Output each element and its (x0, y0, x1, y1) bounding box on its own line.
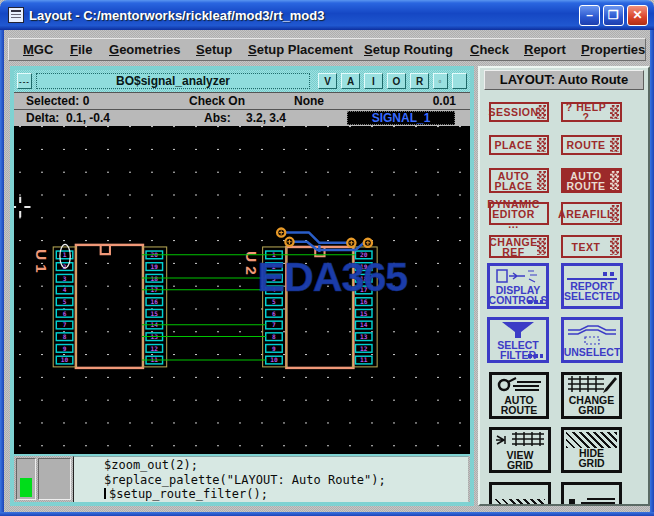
eye-grid-icon (494, 431, 546, 449)
palette-title: LAYOUT: Auto Route (484, 70, 644, 90)
subwindow-restore-button[interactable]: ▫ (433, 73, 448, 89)
status-led-green (20, 478, 32, 497)
palette-button-session[interactable]: SESSION (489, 102, 549, 122)
display-controls-icon (495, 268, 541, 284)
corner-dots-icon (528, 300, 543, 304)
delta-label: Delta: (26, 111, 59, 125)
u1-refdes: U1 (33, 249, 50, 277)
menu-item-file[interactable]: File (70, 42, 92, 57)
palette-button-place[interactable]: PLACE (489, 135, 549, 155)
watermark-text: EDA365 (257, 254, 407, 300)
menu-item-setup-placement[interactable]: Setup Placement (248, 42, 353, 57)
svg-text:8: 8 (63, 333, 67, 340)
palette-button-dynamic-editor[interactable]: DYNAMIC EDITOR ... (489, 202, 549, 225)
layout-canvas[interactable]: 12345678910 20191817161514131211 U1 1234… (14, 126, 470, 454)
svg-text:7: 7 (272, 321, 276, 328)
crosshair-cursor (14, 197, 31, 218)
window-title: Layout - C:/mentorworks/rickleaf/mod3/rt… (29, 8, 576, 23)
svg-text:11: 11 (360, 356, 368, 363)
palette-button-partial-right[interactable] (561, 482, 622, 506)
palette-button-auto-place[interactable]: AUTO PLACE (489, 168, 549, 193)
svg-text:2: 2 (63, 263, 67, 270)
svg-text:15: 15 (360, 310, 368, 317)
palette-button-select-filter[interactable]: SELECT FILTER (487, 317, 549, 363)
all-button[interactable]: A (341, 73, 360, 89)
filmstrip-icon (537, 138, 546, 152)
in-button[interactable]: I (364, 73, 383, 89)
maximize-button[interactable]: ❒ (603, 5, 624, 26)
status-led-box (16, 458, 36, 500)
view-button[interactable]: V (318, 73, 337, 89)
palette-button-change-ref[interactable]: CHANGE REF (489, 235, 549, 258)
svg-text:7: 7 (63, 321, 67, 328)
menu-item-report[interactable]: Report (524, 42, 566, 57)
window-titlebar[interactable]: Layout - C:/mentorworks/rickleaf/mod3/rt… (0, 0, 654, 30)
palette-button-partial-left[interactable] (489, 482, 551, 506)
svg-text:8: 8 (272, 333, 276, 340)
minimize-button[interactable]: – (579, 5, 600, 26)
menu-item-mgc[interactable]: MGC (23, 42, 53, 57)
console-line: $setup_route_filter(); (104, 487, 468, 502)
svg-text:15: 15 (151, 310, 159, 317)
menu-item-setup[interactable]: Setup (196, 42, 232, 57)
corner-dots-icon (528, 354, 543, 358)
filmstrip-icon (537, 238, 546, 255)
u1-right-pins: 20191817161514131211 (146, 251, 163, 364)
window-border-left (0, 30, 4, 512)
svg-text:6: 6 (63, 310, 67, 317)
filmstrip-icon (610, 138, 619, 152)
palette-button-change-grid[interactable]: CHANGE GRID (561, 372, 622, 419)
menu-item-geometries[interactable]: Geometries (109, 42, 181, 57)
palette-button-help[interactable]: ? HELP ? (561, 102, 622, 122)
app-window: Layout - C:/mentorworks/rickleaf/mod3/rt… (0, 0, 654, 516)
component-u1[interactable]: 12345678910 20191817161514131211 U1 (33, 244, 167, 368)
subwindow-title: BO$signal_analyzer (36, 73, 310, 89)
palette-button-auto-route-icon[interactable]: AUTO ROUTE (489, 372, 549, 419)
svg-text:14: 14 (360, 321, 368, 328)
svg-text:13: 13 (360, 333, 368, 340)
svg-text:9: 9 (272, 345, 276, 352)
subwindow-titlebar[interactable]: --- BO$signal_analyzer V A I O R ▫ (14, 70, 470, 92)
subwindow-maximize-button[interactable] (452, 73, 467, 89)
palette-button-hide-grid[interactable]: HIDE GRID (561, 427, 622, 473)
palette-button-route[interactable]: ROUTE (561, 135, 622, 155)
snap-value: 0.01 (433, 94, 456, 108)
palette-button-display-controls[interactable]: DISPLAY CONTROLS (487, 263, 549, 309)
svg-text:10: 10 (270, 356, 278, 363)
svg-text:12: 12 (151, 345, 159, 352)
palette-button-areafill[interactable]: AREAFILL (561, 202, 622, 225)
subwindow-menu-button[interactable]: --- (17, 73, 32, 89)
window-border-bottom (0, 512, 654, 516)
menu-item-setup-routing[interactable]: Setup Routing (364, 42, 453, 57)
status-row-1: Selected: 0 Check On None 0.01 (14, 92, 470, 109)
hatch-icon (495, 499, 545, 506)
svg-text:10: 10 (61, 356, 69, 363)
out-button[interactable]: O (387, 73, 406, 89)
palette-button-unselect[interactable]: UNSELECT (561, 317, 623, 363)
palette-button-text[interactable]: TEXT (561, 235, 622, 258)
svg-text:4: 4 (63, 286, 67, 293)
svg-text:16: 16 (151, 298, 159, 305)
filmstrip-icon (537, 105, 546, 119)
abs-label: Abs: (204, 111, 231, 125)
palette-button-auto-route-active[interactable]: AUTO ROUTE (561, 168, 622, 193)
hatch-icon (566, 432, 617, 448)
menu-item-check[interactable]: Check (470, 42, 509, 57)
auto-route-palette: LAYOUT: Auto Route SESSION ? HELP ? PLAC… (478, 66, 650, 506)
console-gutter (38, 458, 71, 500)
filmstrip-icon (610, 238, 619, 255)
layout-subwindow: --- BO$signal_analyzer V A I O R ▫ Selec… (10, 66, 474, 506)
window-border-right (650, 30, 654, 512)
palette-button-report-selected[interactable]: REPORT SELECTED (561, 263, 623, 309)
close-button[interactable]: ✕ (627, 5, 648, 26)
filmstrip-icon (610, 171, 619, 190)
script-console[interactable]: $zoom_out(2); $replace_palette("LAYOUT: … (73, 456, 468, 502)
svg-text:9: 9 (63, 345, 67, 352)
redraw-button[interactable]: R (410, 73, 429, 89)
wrench-traces-icon (495, 376, 543, 394)
active-signal-badge: SIGNAL_1 (347, 111, 455, 125)
menu-item-properties[interactable]: Properties (581, 42, 645, 57)
partial-icon (567, 497, 617, 507)
svg-text:1: 1 (63, 251, 67, 258)
palette-button-view-grid[interactable]: VIEW GRID (489, 427, 551, 473)
